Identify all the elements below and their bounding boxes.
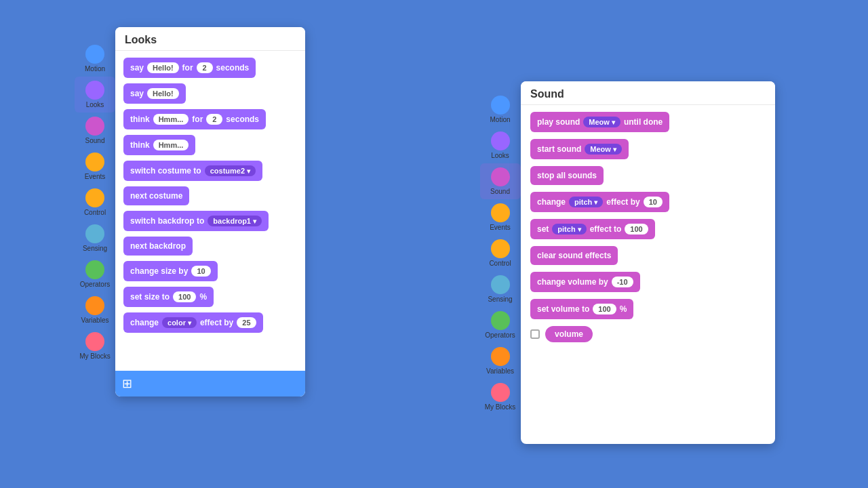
think2-input[interactable]: Hmm... [153, 140, 189, 150]
right-sidebar-item-myblocks[interactable]: My Blocks [480, 379, 521, 415]
say2-input[interactable]: Hello! [147, 88, 179, 99]
block-think-for[interactable]: think Hmm... for 2 seconds [123, 109, 266, 129]
set-size-input[interactable]: 100 [173, 291, 196, 302]
sidebar-item-control[interactable]: Control [75, 184, 115, 220]
right-sidebar-item-variables[interactable]: Variables [480, 343, 521, 379]
for-label: for [182, 63, 193, 73]
looks-label: Looks [86, 101, 104, 108]
right-sensing-icon [491, 275, 510, 294]
sensing-icon [85, 224, 104, 243]
block-change-pitch[interactable]: change pitch effect by 10 [530, 192, 669, 212]
say-label: say [130, 63, 144, 73]
block-say[interactable]: say Hello! [123, 83, 186, 104]
right-motion-label: Motion [490, 116, 510, 123]
effect-dropdown[interactable]: color [162, 317, 197, 328]
right-operators-icon [491, 311, 510, 330]
change-volume-label: change volume by [537, 277, 608, 287]
right-control-icon [491, 239, 510, 258]
clear-effects-label: clear sound effects [537, 251, 611, 260]
think-seconds-input[interactable]: 2 [206, 114, 222, 125]
sidebar-item-events[interactable]: Events [75, 148, 115, 184]
set-volume-input[interactable]: 100 [593, 304, 616, 314]
block-say-for[interactable]: say Hello! for 2 seconds [123, 58, 256, 78]
think-input[interactable]: Hmm... [153, 114, 189, 125]
block-set-pitch[interactable]: set pitch effect to 100 [530, 219, 655, 239]
block-play-sound-until[interactable]: play sound Meow until done [530, 112, 669, 132]
block-set-size[interactable]: set size to 100 % [123, 287, 214, 307]
sidebar-item-operators[interactable]: Operators [75, 256, 115, 292]
volume-reporter[interactable]: volume [545, 326, 593, 342]
pitch-input[interactable]: 10 [644, 197, 663, 207]
block-think[interactable]: think Hmm... [123, 135, 195, 155]
bottom-bar: ⊞ [115, 371, 305, 396]
sidebar-item-sound[interactable]: Sound [75, 113, 115, 148]
volume-reporter-row: volume [530, 326, 766, 342]
right-sound-label: Sound [490, 188, 510, 195]
right-panel-content: play sound Meow until done start sound M… [521, 105, 775, 444]
control-icon [85, 188, 104, 207]
block-start-sound[interactable]: start sound Meow [530, 139, 629, 159]
right-sidebar-item-events[interactable]: Events [480, 199, 521, 235]
sound-icon [85, 117, 104, 136]
right-sidebar-item-looks[interactable]: Looks [480, 127, 521, 163]
add-extension-button[interactable]: ⊞ [122, 376, 132, 391]
pitch-dropdown[interactable]: pitch [569, 197, 603, 207]
block-clear-effects[interactable]: clear sound effects [530, 246, 618, 265]
until-done-label: until done [624, 117, 663, 127]
block-stop-all-sounds[interactable]: stop all sounds [530, 166, 604, 185]
events-icon [85, 152, 104, 171]
block-change-effect[interactable]: change color effect by 25 [123, 312, 263, 333]
sidebar-item-sensing[interactable]: Sensing [75, 220, 115, 256]
for2-label: for [192, 115, 203, 124]
sidebar-item-looks[interactable]: Looks [75, 77, 115, 113]
right-sidebar-item-sensing[interactable]: Sensing [480, 271, 521, 307]
set-pitch-dropdown[interactable]: pitch [552, 224, 586, 235]
next-backdrop-label: next backdrop [130, 241, 186, 251]
say-seconds-input[interactable]: 2 [197, 62, 213, 73]
left-panel-title: Looks [115, 27, 305, 51]
right-sidebar-item-control[interactable]: Control [480, 235, 521, 271]
effect-input[interactable]: 25 [237, 317, 256, 328]
change-size-label: change size by [130, 266, 188, 276]
volume-input[interactable]: -10 [612, 277, 633, 287]
block-next-backdrop[interactable]: next backdrop [123, 237, 193, 256]
block-change-volume[interactable]: change volume by -10 [530, 272, 640, 292]
right-motion-icon [491, 96, 510, 115]
right-sidebar-item-sound[interactable]: Sound [480, 163, 521, 199]
events-label: Events [85, 173, 106, 180]
right-myblocks-label: My Blocks [485, 403, 516, 411]
block-change-size[interactable]: change size by 10 [123, 261, 218, 281]
sidebar-item-myblocks[interactable]: My Blocks [75, 328, 115, 364]
right-sensing-label: Sensing [488, 296, 512, 303]
seconds-label: seconds [216, 63, 250, 73]
variables-label: Variables [81, 317, 109, 324]
sidebar-item-motion[interactable]: Motion [75, 41, 115, 77]
right-looks-icon [491, 131, 510, 150]
backdrop-dropdown[interactable]: backdrop1 [208, 216, 262, 226]
right-panel-title: Sound [521, 81, 775, 105]
left-sidebar: Motion Looks Sound Events Control Sensin… [75, 41, 115, 364]
block-switch-costume[interactable]: switch costume to costume2 [123, 161, 262, 181]
right-sidebar-item-motion[interactable]: Motion [480, 92, 521, 127]
stop-all-sounds-label: stop all sounds [537, 171, 597, 180]
volume-checkbox[interactable] [530, 329, 540, 339]
right-sound-icon [491, 167, 510, 186]
block-switch-backdrop[interactable]: switch backdrop to backdrop1 [123, 211, 269, 231]
myblocks-icon [85, 332, 104, 351]
say-input[interactable]: Hello! [147, 62, 179, 73]
sidebar-item-variables[interactable]: Variables [75, 292, 115, 328]
block-set-volume[interactable]: set volume to 100 % [530, 299, 633, 319]
right-variables-icon [491, 347, 510, 366]
right-sidebar-item-operators[interactable]: Operators [480, 307, 521, 343]
play-sound-dropdown[interactable]: Meow [583, 117, 620, 127]
change-size-input[interactable]: 10 [191, 266, 210, 277]
start-sound-dropdown[interactable]: Meow [585, 144, 622, 155]
percent-label: % [199, 292, 207, 302]
set-pitch-input[interactable]: 100 [625, 224, 648, 235]
seconds2-label: seconds [226, 115, 259, 124]
costume-dropdown[interactable]: costume2 [205, 165, 256, 176]
block-next-costume[interactable]: next costume [123, 186, 189, 205]
right-control-label: Control [489, 260, 511, 267]
looks-icon [85, 81, 104, 100]
sound-label: Sound [85, 137, 105, 144]
